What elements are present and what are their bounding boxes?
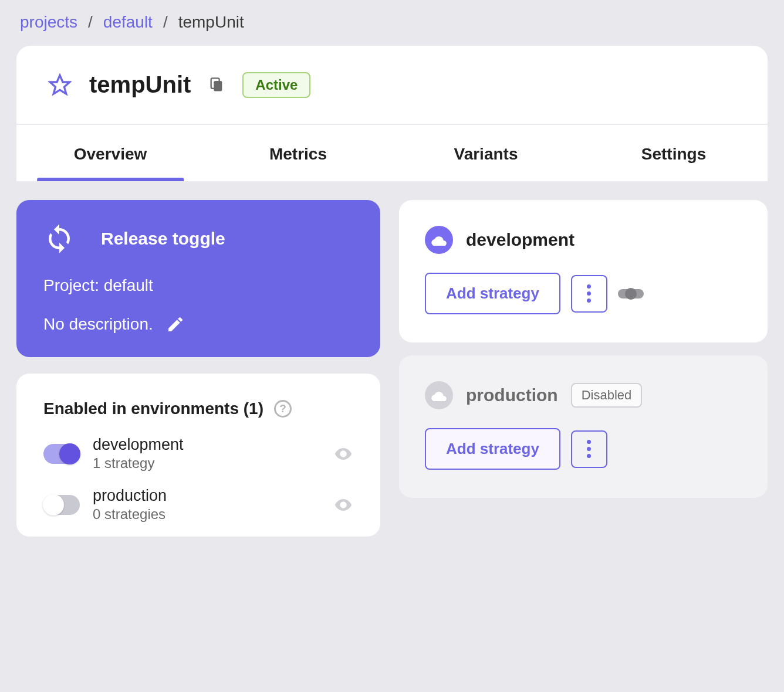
status-badge: Active — [242, 72, 310, 98]
breadcrumb-projects[interactable]: projects — [20, 13, 77, 32]
cloud-icon — [425, 226, 453, 254]
copy-icon[interactable] — [208, 76, 225, 94]
cloud-icon — [425, 381, 453, 409]
kebab-icon — [587, 440, 591, 458]
breadcrumb-sep: / — [88, 13, 93, 32]
breadcrumb: projects / default / tempUnit — [16, 0, 768, 46]
tab-variants[interactable]: Variants — [392, 125, 580, 181]
star-icon[interactable] — [48, 73, 72, 97]
env-toggle-development[interactable] — [43, 444, 80, 464]
env-row-production: production 0 strategies — [43, 487, 353, 523]
svg-rect-1 — [214, 81, 222, 91]
feature-header-card: tempUnit Active Overview Metrics Variant… — [16, 46, 768, 181]
kebab-icon — [587, 284, 591, 303]
environments-summary-title: Enabled in environments (1) — [43, 399, 263, 418]
env-strategy-count: 1 strategy — [93, 455, 320, 471]
env-name: development — [93, 436, 320, 454]
env-panel-production: production Disabled Add strategy — [399, 355, 768, 498]
env-panel-development: development Add strategy — [399, 200, 768, 342]
tab-overview[interactable]: Overview — [16, 125, 204, 181]
more-menu-button[interactable] — [571, 275, 607, 313]
breadcrumb-project[interactable]: default — [103, 13, 153, 32]
help-icon[interactable]: ? — [274, 400, 292, 418]
breadcrumb-feature: tempUnit — [178, 13, 244, 32]
breadcrumb-sep: / — [163, 13, 168, 32]
env-toggle-production[interactable] — [43, 495, 80, 515]
eye-icon[interactable] — [333, 444, 353, 464]
release-project-label: Project: default — [43, 276, 353, 295]
more-menu-button[interactable] — [571, 430, 607, 468]
add-strategy-button[interactable]: Add strategy — [425, 273, 560, 314]
edit-icon[interactable] — [166, 315, 185, 334]
env-strategy-count: 0 strategies — [93, 506, 320, 523]
add-strategy-button[interactable]: Add strategy — [425, 428, 560, 470]
env-panel-name: development — [466, 230, 575, 250]
env-panel-name: production — [466, 385, 558, 405]
tabs: Overview Metrics Variants Settings — [16, 125, 768, 181]
release-toggle-card: Release toggle Project: default No descr… — [16, 200, 380, 357]
env-name: production — [93, 487, 320, 505]
env-panel-toggle[interactable] — [618, 289, 644, 298]
env-row-development: development 1 strategy — [43, 436, 353, 471]
feature-title: tempUnit — [89, 72, 191, 98]
svg-marker-0 — [50, 75, 69, 94]
tab-settings[interactable]: Settings — [580, 125, 768, 181]
sync-icon — [43, 221, 75, 256]
release-description: No description. — [43, 315, 153, 334]
tab-metrics[interactable]: Metrics — [204, 125, 392, 181]
release-type-label: Release toggle — [101, 229, 225, 249]
environments-summary-card: Enabled in environments (1) ? developmen… — [16, 374, 380, 537]
eye-icon[interactable] — [333, 495, 353, 515]
disabled-badge: Disabled — [571, 383, 643, 408]
